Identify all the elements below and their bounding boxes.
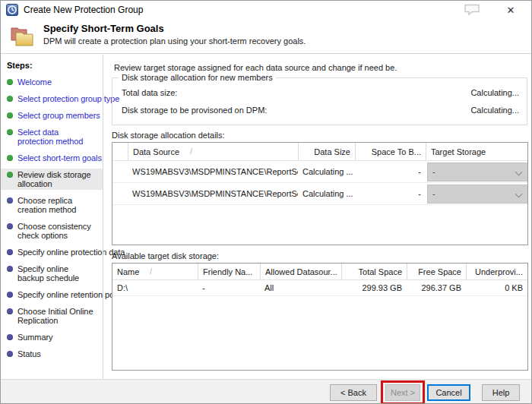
column-header-blank	[112, 143, 128, 160]
total-data-size-value: Calculating...	[470, 88, 519, 97]
sort-ascending-icon: /	[150, 267, 152, 276]
sidebar-step-status: Status	[1, 348, 103, 360]
data-source-cell: WS19MABSV3\MSDPMINSTANCE\ReportServe...	[128, 189, 298, 198]
sidebar-step-summary: Summary	[1, 331, 103, 343]
column-header-target-storage[interactable]: Target Storage	[426, 143, 527, 160]
step-current-bullet	[7, 172, 13, 178]
storage-table-label: Available target disk storage:	[112, 251, 219, 260]
column-header-space-to-b[interactable]: Space To B...	[355, 143, 426, 160]
step-todo-bullet	[7, 249, 13, 255]
close-icon[interactable]: ✕	[501, 2, 521, 17]
step-done-bullet	[7, 79, 13, 85]
step-todo-bullet	[7, 266, 13, 272]
underprovisioned-cell: 0 KB	[466, 283, 527, 292]
sidebar-step-select-data-protection-method: Select data protection method	[1, 126, 103, 147]
provisioned-storage-value: Calculating...	[470, 106, 519, 115]
sidebar-step-choose-initial-online-replication: Choose Initial Online Replication	[1, 305, 103, 327]
space-to-b-cell: -	[355, 167, 426, 176]
data-source-cell: WS19MABSV3\MSDPMINSTANCE\ReportServe...	[128, 167, 298, 176]
sidebar-step-specify-online-protection-data: Specify online protection data	[1, 246, 103, 258]
details-table-header: Data Source/ Data Size Space To B... Tar…	[112, 143, 527, 161]
column-header-name[interactable]: Name/	[112, 264, 198, 279]
sidebar-divider	[103, 55, 103, 379]
step-todo-bullet	[7, 197, 13, 204]
step-done-bullet	[7, 112, 13, 118]
steps-heading: Steps:	[1, 55, 103, 76]
storage-table-header: Name/ Friendly Na... Allowed Datasour...…	[112, 264, 527, 280]
chevron-down-icon	[515, 190, 523, 197]
column-header-friendly-name[interactable]: Friendly Na...	[198, 264, 260, 279]
free-space-cell: 296.37 GB	[407, 283, 466, 292]
friendly-name-cell: -	[198, 283, 260, 292]
column-header-data-source[interactable]: Data Source/	[128, 143, 298, 160]
help-button[interactable]: Help	[482, 384, 520, 401]
dpm-app-icon	[6, 4, 18, 16]
steps-list: Welcome Select protection group type Sel…	[1, 76, 103, 360]
cancel-button[interactable]: Cancel	[427, 384, 470, 401]
title-bar: Create New Protection Group ✕	[1, 1, 531, 19]
feedback-bubble-icon[interactable]	[464, 4, 480, 16]
page-subtitle: DPM will create a protection plan using …	[43, 36, 306, 46]
window-title: Create New Protection Group	[24, 5, 143, 15]
data-size-cell: Calculating ...	[298, 167, 355, 176]
column-header-total-space[interactable]: Total Space	[341, 264, 407, 279]
provisioned-storage-label: Disk storage to be provisoned on DPM:	[122, 106, 267, 115]
column-header-free-space[interactable]: Free Space	[407, 264, 466, 279]
details-table-label: Disk storage allocation details:	[112, 131, 225, 140]
table-row[interactable]: WS19MABSV3\MSDPMINSTANCE\ReportServe... …	[112, 161, 527, 183]
sidebar-step-review-disk-storage-allocation: Review disk storage allocation	[1, 169, 103, 190]
column-header-allowed-datasources[interactable]: Allowed Datasour...	[260, 264, 341, 279]
total-space-cell: 299.93 GB	[341, 283, 407, 292]
target-storage-dropdown[interactable]: -	[427, 163, 527, 181]
sidebar-step-specify-online-retention-policy: Specify online retention policy	[1, 289, 103, 301]
sort-ascending-icon: /	[190, 147, 192, 156]
table-row[interactable]: WS19MABSV3\MSDPMINSTANCE\ReportServe... …	[112, 183, 527, 205]
next-button[interactable]: Next >	[385, 384, 420, 401]
step-done-bullet	[7, 129, 13, 135]
space-to-b-cell: -	[355, 189, 426, 198]
step-todo-bullet	[7, 308, 13, 314]
disk-allocation-groupbox: Disk storage allocation for new members …	[112, 77, 527, 125]
folder-pair-icon	[11, 25, 35, 47]
step-todo-bullet	[7, 223, 13, 229]
create-protection-group-dialog: Create New Protection Group ✕ Specify Sh…	[0, 0, 532, 404]
page-title: Specify Short-Term Goals	[43, 23, 164, 34]
target-storage-dropdown[interactable]: -	[427, 185, 527, 204]
back-button[interactable]: < Back	[330, 384, 377, 401]
wizard-header: Specify Short-Term Goals DPM will create…	[1, 19, 531, 54]
sidebar-step-choose-replica-creation-method: Choose replica creation method	[1, 194, 103, 216]
step-done-bullet	[7, 155, 13, 161]
available-target-disk-storage-table: Name/ Friendly Na... Allowed Datasour...…	[112, 263, 528, 371]
disk-allocation-details-table: Data Source/ Data Size Space To B... Tar…	[112, 142, 528, 245]
data-size-cell: Calculating ...	[298, 189, 355, 198]
column-header-data-size[interactable]: Data Size	[298, 143, 355, 160]
chevron-down-icon	[515, 168, 523, 175]
allowed-datasources-cell: All	[260, 283, 341, 292]
sidebar-step-select-short-term-goals: Select short-term goals	[1, 152, 103, 164]
sidebar-step-choose-consistency-check-options: Choose consistency check options	[1, 220, 103, 241]
instruction-text: Review target storage assigned for each …	[114, 63, 397, 72]
step-todo-bullet	[7, 351, 13, 357]
column-header-underprovisioned[interactable]: Underprovi...	[466, 264, 527, 279]
name-cell: D:\	[112, 283, 198, 292]
step-todo-bullet	[7, 292, 13, 298]
step-done-bullet	[7, 96, 13, 102]
sidebar-step-specify-online-backup-schedule: Specify online backup schedule	[1, 263, 103, 284]
sidebar-step-welcome: Welcome	[1, 76, 103, 88]
step-todo-bullet	[7, 334, 13, 340]
sidebar-step-select-group-members: Select group members	[1, 109, 103, 122]
sidebar-step-select-protection-group-type: Select protection group type	[1, 93, 103, 105]
table-row[interactable]: D:\ - All 299.93 GB 296.37 GB 0 KB	[112, 280, 527, 296]
groupbox-legend: Disk storage allocation for new members	[119, 73, 276, 82]
total-data-size-label: Total data size:	[122, 88, 177, 97]
steps-sidebar: Steps: Welcome Select protection group t…	[1, 55, 103, 379]
